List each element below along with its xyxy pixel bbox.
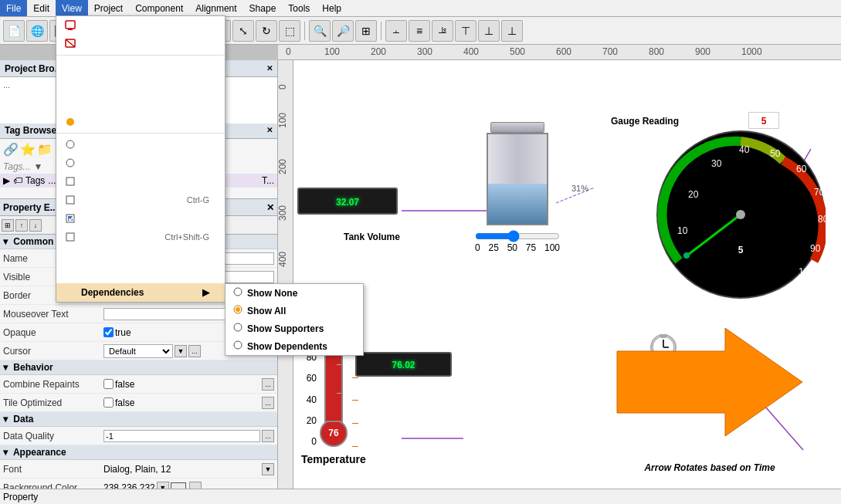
section-data-toggle[interactable]: ▾ — [3, 414, 8, 425]
menu-disable-overlays[interactable]: Disable Overlays — [56, 35, 225, 53]
menu-new-guide[interactable]: New Guide... — [56, 246, 225, 265]
prop-opaque-checkbox[interactable] — [103, 327, 114, 337]
property-editor-close[interactable]: ✕ — [266, 202, 274, 213]
menu-snap-to-grid[interactable]: Snap to Grid Ctrl-G — [56, 191, 225, 209]
statusbar: Property — [0, 489, 841, 504]
svg-text:5: 5 — [738, 245, 744, 255]
resize-btn[interactable]: ⤡ — [232, 20, 254, 42]
tank-label: Tank Volume — [344, 230, 400, 242]
section-appearance-toggle[interactable]: ▾ — [3, 447, 8, 458]
tag-icon-1[interactable]: 🔗 — [3, 142, 19, 157]
menu-emulate-touchscreen[interactable]: Emulate Touchscreen — [56, 16, 225, 35]
menu-edit[interactable]: Edit — [27, 0, 56, 16]
prop-tile-checkbox[interactable] — [103, 397, 114, 408]
svg-text:1000: 1000 — [741, 46, 762, 57]
zoom-in-btn[interactable]: 🔍 — [309, 20, 331, 42]
open-btn[interactable]: 🌐 — [26, 20, 48, 42]
menu-show-grid[interactable]: Show Grid — [56, 172, 225, 191]
svg-line-3 — [66, 39, 75, 47]
align-center-btn[interactable]: ≡ — [409, 20, 430, 42]
new-btn[interactable]: 📄 — [3, 20, 25, 42]
group-btn[interactable]: ⬚ — [279, 20, 300, 42]
svg-text:100: 100 — [324, 46, 340, 57]
ruler-h-svg: 0 100 200 300 400 500 600 700 800 900 10… — [278, 45, 841, 60]
svg-text:0: 0 — [286, 46, 291, 57]
tag-browser-close[interactable]: ✕ — [266, 126, 273, 134]
menu-welcome-screen[interactable]: Welcome Screen — [56, 113, 225, 131]
align-middle-btn[interactable]: ⊥ — [478, 20, 500, 42]
svg-rect-7 — [66, 178, 74, 185]
menu-show-guides[interactable]: Show Guides — [56, 209, 225, 228]
prop-btn-1[interactable]: ⊞ — [2, 219, 14, 232]
tank-percent-label: 31% — [571, 184, 588, 193]
svg-text:70: 70 — [814, 187, 825, 198]
prop-bgcolor-down[interactable]: ▼ — [157, 482, 169, 489]
prop-quality-input[interactable] — [103, 430, 260, 442]
submenu-show-dependents[interactable]: Show Dependents — [226, 337, 363, 355]
section-common-toggle[interactable]: ▾ — [3, 236, 8, 247]
menu-shape[interactable]: Shape — [243, 0, 283, 16]
prop-combine-label: Combine Repaints — [0, 379, 100, 390]
menu-alignment[interactable]: Alignment — [189, 0, 242, 16]
align-bottom-btn[interactable]: ⊥ — [501, 20, 523, 42]
snap-guides-shortcut: Ctrl+Shift-G — [164, 232, 209, 242]
ruler-horizontal: 0 100 200 300 400 500 600 700 800 900 10… — [278, 45, 841, 60]
align-top-btn[interactable]: ⊤ — [455, 20, 476, 42]
prop-bgcolor-btn[interactable]: ... — [189, 482, 202, 489]
submenu-show-none[interactable]: Show None — [226, 284, 363, 302]
svg-text:0: 0 — [278, 84, 288, 90]
tags-text: Tags — [25, 175, 45, 186]
prop-cursor-select[interactable]: Default — [103, 344, 173, 358]
tags-dropdown[interactable]: ▼ — [34, 161, 43, 172]
menu-project[interactable]: Project — [88, 0, 129, 16]
prop-bgcolor-swatch[interactable] — [171, 482, 186, 489]
menu-component[interactable]: Component — [129, 0, 189, 16]
prop-combine-checkbox[interactable] — [103, 379, 114, 389]
menu-dependencies[interactable]: Dependencies ▶ Show None Show All Show S… — [56, 283, 225, 302]
menu-panels[interactable]: Panels ▶ — [56, 76, 225, 94]
svg-text:20: 20 — [688, 189, 699, 200]
prop-tile-btn[interactable]: ... — [262, 397, 274, 409]
prop-combine-btn[interactable]: ... — [262, 378, 274, 391]
tag-icon-3[interactable]: 📁 — [37, 142, 53, 157]
svg-text:300: 300 — [278, 205, 288, 221]
menu-toolbars[interactable]: Toolbars ▶ — [56, 94, 225, 113]
prop-quality-btn[interactable]: ... — [262, 430, 274, 442]
therm-bulb: 76 — [320, 419, 348, 447]
menu-file[interactable]: File — [0, 0, 27, 16]
tags-expand[interactable]: ▶ — [3, 175, 10, 186]
menu-grid-size-10[interactable]: Grid Size: 10 — [56, 154, 225, 172]
submenu-show-supporters[interactable]: Show Supporters — [226, 320, 363, 337]
svg-text:200: 200 — [278, 159, 288, 174]
menu-tools[interactable]: Tools — [282, 0, 316, 16]
circle-yellow-icon — [64, 116, 76, 128]
menu-help[interactable]: Help — [316, 0, 348, 16]
snap-grid-shortcut: Ctrl-G — [187, 195, 209, 205]
tags-T: T... — [262, 175, 274, 186]
prop-font-down[interactable]: ▼ — [262, 463, 274, 475]
prop-btn-2[interactable]: ↑ — [15, 219, 28, 232]
menu-reset-panels[interactable]: Reset Panels — [56, 57, 225, 76]
prop-btn-3[interactable]: ↓ — [29, 219, 42, 232]
align-right-btn[interactable]: ⫡ — [432, 20, 453, 42]
prop-cursor-down[interactable]: ▼ — [175, 345, 187, 357]
zoom-out-btn[interactable]: 🔎 — [332, 20, 354, 42]
align-left-btn[interactable]: ⫠ — [385, 20, 407, 42]
menu-view[interactable]: View Emulate Touchscreen Disable Overlay… — [56, 0, 88, 16]
section-behavior-toggle[interactable]: ▾ — [3, 362, 8, 373]
menu-snap-to-guides[interactable]: Snap to Guides Ctrl+Shift-G — [56, 228, 225, 246]
prop-bgcolor-value: 238,236,232 ▼ ... — [100, 482, 277, 489]
submenu-show-all[interactable]: Show All — [226, 302, 363, 320]
project-browser-close[interactable]: ✕ — [266, 64, 273, 73]
zoom-fit-btn[interactable]: ⊞ — [355, 20, 377, 42]
svg-text:50: 50 — [770, 148, 781, 159]
rotate-btn[interactable]: ↻ — [256, 20, 277, 42]
menubar: File Edit View Emulate Touchscreen Disab… — [0, 0, 841, 17]
tag-icon-2[interactable]: ⭐ — [20, 142, 36, 157]
tank-slider[interactable] — [475, 230, 560, 242]
prop-cursor-btn[interactable]: ... — [188, 345, 201, 357]
menu-spotlights[interactable]: Spotlights ▶ — [56, 265, 225, 283]
menu-grid-size-5[interactable]: Grid Size: 5 — [56, 135, 225, 154]
canvas-wrapper: 0 100 200 300 400 500 — [278, 60, 841, 489]
svg-text:60: 60 — [796, 164, 807, 174]
